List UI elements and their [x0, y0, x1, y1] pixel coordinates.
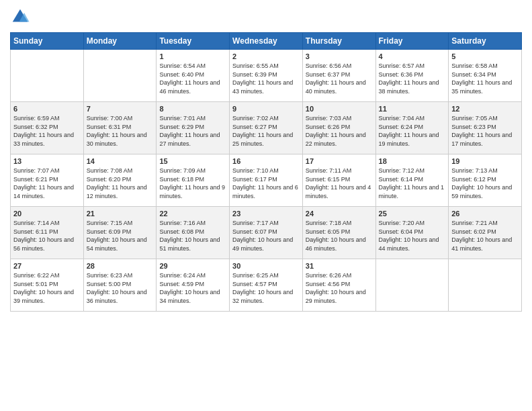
calendar-cell: 11Sunrise: 7:04 AMSunset: 6:24 PMDayligh…: [375, 102, 449, 154]
cell-content: Sunrise: 6:59 AMSunset: 6:32 PMDaylight:…: [13, 114, 81, 148]
cell-content: Sunrise: 6:24 AMSunset: 4:59 PMDaylight:…: [159, 271, 226, 305]
weekday-header: Thursday: [302, 33, 375, 50]
calendar-cell: 19Sunrise: 7:13 AMSunset: 6:12 PMDayligh…: [449, 154, 522, 207]
day-number: 2: [232, 52, 300, 60]
calendar-cell: 27Sunrise: 6:22 AMSunset: 5:01 PMDayligh…: [11, 259, 84, 312]
weekday-header: Saturday: [449, 33, 522, 50]
cell-content: Sunrise: 7:14 AMSunset: 6:11 PMDaylight:…: [13, 219, 81, 253]
day-number: 6: [13, 105, 81, 113]
cell-content: Sunrise: 7:05 AMSunset: 6:23 PMDaylight:…: [451, 114, 519, 148]
weekday-header: Sunday: [11, 33, 84, 50]
calendar-cell: 21Sunrise: 7:15 AMSunset: 6:09 PMDayligh…: [83, 207, 157, 259]
day-number: 18: [379, 157, 446, 165]
day-number: 12: [451, 105, 519, 113]
logo: [10, 7, 33, 27]
day-number: 27: [13, 262, 81, 270]
cell-content: Sunrise: 6:23 AMSunset: 5:00 PMDaylight:…: [87, 271, 154, 305]
day-number: 15: [159, 157, 226, 165]
weekday-header-row: SundayMondayTuesdayWednesdayThursdayFrid…: [11, 33, 522, 50]
day-number: 7: [87, 105, 154, 113]
calendar-cell: 3Sunrise: 6:56 AMSunset: 6:37 PMDaylight…: [302, 50, 375, 102]
cell-content: Sunrise: 7:17 AMSunset: 6:07 PMDaylight:…: [232, 219, 300, 253]
calendar-week-row: 27Sunrise: 6:22 AMSunset: 5:01 PMDayligh…: [11, 259, 522, 312]
calendar-cell: 25Sunrise: 7:20 AMSunset: 6:04 PMDayligh…: [375, 207, 449, 259]
calendar-cell: 26Sunrise: 7:21 AMSunset: 6:02 PMDayligh…: [449, 207, 522, 259]
header: [10, 7, 522, 27]
weekday-header: Friday: [375, 33, 449, 50]
calendar-week-row: 20Sunrise: 7:14 AMSunset: 6:11 PMDayligh…: [11, 207, 522, 259]
calendar-cell: [449, 259, 522, 312]
cell-content: Sunrise: 7:02 AMSunset: 6:27 PMDaylight:…: [232, 114, 300, 148]
cell-content: Sunrise: 7:01 AMSunset: 6:29 PMDaylight:…: [159, 114, 226, 148]
calendar-cell: [83, 50, 157, 102]
cell-content: Sunrise: 6:22 AMSunset: 5:01 PMDaylight:…: [13, 271, 81, 305]
calendar-cell: 9Sunrise: 7:02 AMSunset: 6:27 PMDaylight…: [230, 102, 303, 154]
day-number: 31: [306, 262, 373, 270]
day-number: 17: [306, 157, 373, 165]
calendar-cell: 17Sunrise: 7:11 AMSunset: 6:15 PMDayligh…: [302, 154, 375, 207]
day-number: 8: [159, 105, 226, 113]
day-number: 5: [451, 52, 519, 60]
cell-content: Sunrise: 6:25 AMSunset: 4:57 PMDaylight:…: [232, 271, 300, 305]
day-number: 20: [13, 210, 81, 218]
day-number: 11: [379, 105, 446, 113]
cell-content: Sunrise: 7:15 AMSunset: 6:09 PMDaylight:…: [87, 219, 154, 253]
calendar-cell: 29Sunrise: 6:24 AMSunset: 4:59 PMDayligh…: [157, 259, 230, 312]
cell-content: Sunrise: 7:07 AMSunset: 6:21 PMDaylight:…: [13, 167, 81, 200]
calendar-cell: 14Sunrise: 7:08 AMSunset: 6:20 PMDayligh…: [83, 154, 157, 207]
weekday-header: Monday: [83, 33, 157, 50]
page: SundayMondayTuesdayWednesdayThursdayFrid…: [0, 0, 532, 411]
day-number: 13: [13, 157, 81, 165]
cell-content: Sunrise: 7:10 AMSunset: 6:17 PMDaylight:…: [232, 167, 300, 200]
cell-content: Sunrise: 6:58 AMSunset: 6:34 PMDaylight:…: [451, 62, 519, 95]
calendar-cell: 31Sunrise: 6:26 AMSunset: 4:56 PMDayligh…: [302, 259, 375, 312]
calendar-cell: 30Sunrise: 6:25 AMSunset: 4:57 PMDayligh…: [230, 259, 303, 312]
cell-content: Sunrise: 7:00 AMSunset: 6:31 PMDaylight:…: [87, 114, 154, 148]
calendar-cell: 2Sunrise: 6:55 AMSunset: 6:39 PMDaylight…: [230, 50, 303, 102]
day-number: 9: [232, 105, 300, 113]
day-number: 4: [379, 52, 446, 60]
calendar-cell: 10Sunrise: 7:03 AMSunset: 6:26 PMDayligh…: [302, 102, 375, 154]
calendar-cell: 6Sunrise: 6:59 AMSunset: 6:32 PMDaylight…: [11, 102, 84, 154]
day-number: 10: [306, 105, 373, 113]
calendar-cell: 18Sunrise: 7:12 AMSunset: 6:14 PMDayligh…: [375, 154, 449, 207]
cell-content: Sunrise: 7:04 AMSunset: 6:24 PMDaylight:…: [379, 114, 446, 148]
day-number: 25: [379, 210, 446, 218]
calendar-cell: 22Sunrise: 7:16 AMSunset: 6:08 PMDayligh…: [157, 207, 230, 259]
calendar-cell: 12Sunrise: 7:05 AMSunset: 6:23 PMDayligh…: [449, 102, 522, 154]
cell-content: Sunrise: 7:13 AMSunset: 6:12 PMDaylight:…: [451, 167, 519, 200]
day-number: 28: [87, 262, 154, 270]
cell-content: Sunrise: 7:18 AMSunset: 6:05 PMDaylight:…: [306, 219, 373, 253]
cell-content: Sunrise: 6:56 AMSunset: 6:37 PMDaylight:…: [306, 62, 373, 95]
day-number: 22: [159, 210, 226, 218]
day-number: 14: [87, 157, 154, 165]
weekday-header: Wednesday: [230, 33, 303, 50]
calendar-cell: 28Sunrise: 6:23 AMSunset: 5:00 PMDayligh…: [83, 259, 157, 312]
cell-content: Sunrise: 7:21 AMSunset: 6:02 PMDaylight:…: [451, 219, 519, 253]
calendar-cell: 7Sunrise: 7:00 AMSunset: 6:31 PMDaylight…: [83, 102, 157, 154]
day-number: 30: [232, 262, 300, 270]
cell-content: Sunrise: 6:26 AMSunset: 4:56 PMDaylight:…: [306, 271, 373, 305]
calendar-cell: 24Sunrise: 7:18 AMSunset: 6:05 PMDayligh…: [302, 207, 375, 259]
calendar-week-row: 1Sunrise: 6:54 AMSunset: 6:40 PMDaylight…: [11, 50, 522, 102]
cell-content: Sunrise: 7:20 AMSunset: 6:04 PMDaylight:…: [379, 219, 446, 253]
calendar-cell: 16Sunrise: 7:10 AMSunset: 6:17 PMDayligh…: [230, 154, 303, 207]
calendar-cell: 15Sunrise: 7:09 AMSunset: 6:18 PMDayligh…: [157, 154, 230, 207]
cell-content: Sunrise: 7:11 AMSunset: 6:15 PMDaylight:…: [306, 167, 373, 200]
day-number: 23: [232, 210, 300, 218]
calendar: SundayMondayTuesdayWednesdayThursdayFrid…: [10, 32, 522, 312]
day-number: 3: [306, 52, 373, 60]
day-number: 16: [232, 157, 300, 165]
calendar-cell: 4Sunrise: 6:57 AMSunset: 6:36 PMDaylight…: [375, 50, 449, 102]
calendar-cell: 8Sunrise: 7:01 AMSunset: 6:29 PMDaylight…: [157, 102, 230, 154]
calendar-cell: 23Sunrise: 7:17 AMSunset: 6:07 PMDayligh…: [230, 207, 303, 259]
weekday-header: Tuesday: [157, 33, 230, 50]
day-number: 1: [159, 52, 226, 60]
cell-content: Sunrise: 7:09 AMSunset: 6:18 PMDaylight:…: [159, 167, 226, 200]
calendar-cell: 5Sunrise: 6:58 AMSunset: 6:34 PMDaylight…: [449, 50, 522, 102]
cell-content: Sunrise: 7:03 AMSunset: 6:26 PMDaylight:…: [306, 114, 373, 148]
calendar-cell: [375, 259, 449, 312]
cell-content: Sunrise: 6:55 AMSunset: 6:39 PMDaylight:…: [232, 62, 300, 95]
cell-content: Sunrise: 6:54 AMSunset: 6:40 PMDaylight:…: [159, 62, 226, 95]
cell-content: Sunrise: 7:08 AMSunset: 6:20 PMDaylight:…: [87, 167, 154, 200]
